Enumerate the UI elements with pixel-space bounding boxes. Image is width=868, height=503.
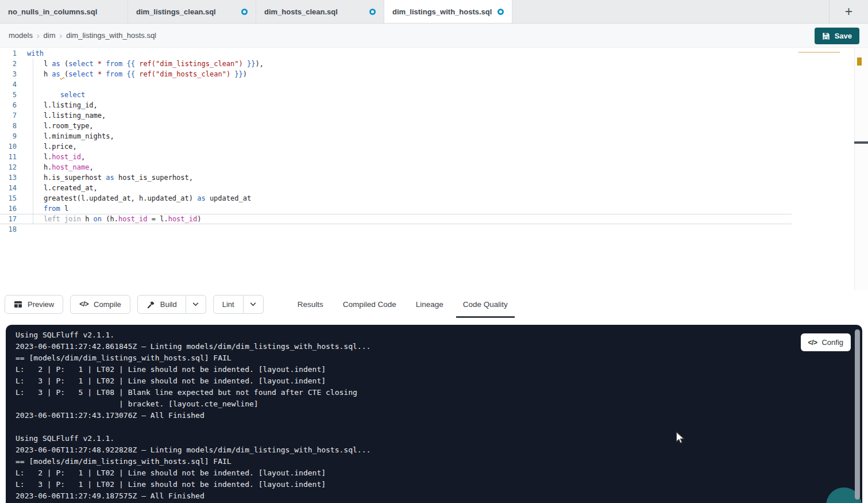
code-line[interactable]: 10 l.price, [0, 141, 792, 152]
unsaved-dot-icon [497, 9, 504, 15]
config-button[interactable]: </> Config [801, 333, 851, 351]
code-token: as [52, 60, 60, 68]
line-number: 11 [0, 152, 27, 162]
terminal-line: L: 3 | P: 1 | LT02 | Line should not be … [16, 479, 862, 490]
code-text: h.is_superhost as host_is_superhost, [27, 172, 193, 183]
lint-warning-marker[interactable] [857, 57, 862, 66]
code-editor[interactable]: 1with2 l as (select * from {{ ref("dim_l… [0, 48, 792, 235]
build-button[interactable]: Build [137, 295, 186, 314]
breadcrumb-bar: models›dim›dim_listings_with_hosts.sql S… [0, 24, 868, 48]
code-token [243, 60, 247, 68]
line-number: 12 [0, 162, 27, 172]
code-token: * [98, 60, 102, 68]
lint-button[interactable]: Lint [213, 295, 244, 314]
code-text: with [27, 48, 44, 59]
breadcrumb-item-dim[interactable]: dim [44, 31, 56, 40]
scroll-position-marker[interactable] [854, 141, 868, 144]
terminal-line: 2023-06-06T11:27:49.187575Z — All Finish… [16, 490, 862, 502]
code-token: from [106, 60, 122, 68]
save-button[interactable]: Save [815, 28, 859, 44]
compile-button[interactable]: </> Compile [70, 295, 130, 314]
code-line[interactable]: 13 h.is_superhost as host_is_superhost, [0, 172, 792, 183]
breadcrumb: models›dim›dim_listings_with_hosts.sql [9, 31, 156, 40]
code-text: h.host_name, [27, 162, 94, 172]
code-token: from [44, 205, 60, 213]
tab-bar: no_nulls_in_columns.sqldim_listings_clea… [0, 0, 868, 24]
code-token: l [60, 205, 68, 213]
plus-icon: + [845, 4, 852, 20]
tab-no-nulls-in-columns-sql[interactable]: no_nulls_in_columns.sql [0, 0, 128, 23]
code-token: h [27, 70, 52, 78]
minimap-line [798, 76, 840, 78]
code-token: h. [27, 163, 52, 171]
code-token [94, 70, 98, 78]
code-token: ) [243, 70, 247, 78]
hammer-icon [146, 300, 155, 309]
code-line[interactable]: 11 l.host_id, [0, 152, 792, 162]
code-line[interactable]: 4 [0, 79, 792, 90]
code-line[interactable]: 18 [0, 224, 792, 235]
terminal-line: Using SQLFluff v2.1.1. [16, 433, 862, 444]
code-token: left join [27, 215, 81, 223]
code-line[interactable]: 1with [0, 48, 792, 59]
editor-scroll-gutter[interactable] [854, 48, 868, 290]
code-token: host_name [52, 163, 89, 171]
code-token: as [106, 174, 114, 182]
code-token: l.listing_name, [27, 112, 106, 120]
config-label: Config [821, 338, 843, 347]
code-line[interactable]: 5 select [0, 90, 792, 100]
code-token: ) [197, 215, 201, 223]
terminal-line: L: 3 | P: 5 | LT08 | Blank line expected… [16, 387, 862, 398]
code-line[interactable]: 2 l as (select * from {{ ref("dim_listin… [0, 59, 792, 69]
terminal-output: Using SQLFluff v2.1.1.2023-06-06T11:27:4… [16, 329, 862, 502]
code-line[interactable]: 3 h as (select * from {{ ref("dim_hosts_… [0, 69, 792, 79]
tab-dim-listings-clean-sql[interactable]: dim_listings_clean.sql [128, 0, 256, 23]
breadcrumb-item-models[interactable]: models [9, 31, 33, 40]
tab-dim-listings-with-hosts-sql[interactable]: dim_listings_with_hosts.sql [384, 0, 512, 23]
line-number: 13 [0, 172, 27, 183]
terminal-line [16, 421, 862, 433]
terminal-line: L: 3 | P: 1 | LT02 | Line should not be … [16, 375, 862, 387]
panel-tab-lineage[interactable]: Lineage [406, 290, 453, 318]
panel-tab-results[interactable]: Results [288, 290, 333, 318]
unsaved-dot-icon [241, 9, 248, 15]
terminal-panel: Using SQLFluff v2.1.1.2023-06-06T11:27:4… [6, 325, 862, 503]
save-disk-icon [822, 32, 830, 40]
terminal-scrollbar-thumb[interactable] [855, 329, 860, 500]
code-token: (h. [102, 215, 118, 223]
unsaved-dot-icon [369, 9, 376, 15]
lint-dropdown-button[interactable] [244, 295, 264, 314]
breadcrumb-item-dim-listings-with-hosts-sql[interactable]: dim_listings_with_hosts.sql [66, 31, 156, 40]
code-line[interactable]: 7 l.listing_name, [0, 110, 792, 121]
line-number: 1 [0, 48, 27, 59]
code-line[interactable]: 16 from l [0, 203, 792, 214]
build-dropdown-button[interactable] [186, 295, 206, 314]
code-line[interactable]: 17 left join h on (h.host_id = l.host_id… [0, 214, 792, 224]
code-line[interactable]: 8 l.room_type, [0, 121, 792, 131]
terminal-line: == [models/dim/dim_listings_with_hosts.s… [16, 456, 862, 467]
terminal-line: 2023-06-06T11:27:48.922828Z — Linting mo… [16, 444, 862, 456]
code-token: }} [234, 70, 242, 78]
panel-tab-code-quality[interactable]: Code Quality [453, 290, 518, 318]
code-line[interactable]: 6 l.listing_id, [0, 100, 792, 110]
code-token: l [27, 60, 52, 68]
code-line[interactable]: 15 greatest(l.updated_at, h.updated_at) … [0, 193, 792, 203]
code-token: host_id [52, 153, 81, 161]
tab-dim-hosts-clean-sql[interactable]: dim_hosts_clean.sql [256, 0, 384, 23]
panel-tab-compiled-code[interactable]: Compiled Code [333, 290, 406, 318]
panel-tab-strip: ResultsCompiled CodeLineageCode Quality [288, 290, 518, 318]
code-text: from l [27, 203, 68, 214]
code-line[interactable]: 12 h.host_name, [0, 162, 792, 172]
code-token: {{ [126, 70, 134, 78]
preview-button[interactable]: Preview [5, 295, 63, 314]
code-token: }} [247, 60, 255, 68]
code-token: l.listing_id, [27, 101, 98, 109]
code-line[interactable]: 14 l.created_at, [0, 183, 792, 193]
terminal-line: | bracket. [layout.cte_newline] [16, 398, 862, 410]
new-tab-button[interactable]: + [829, 0, 868, 24]
line-number: 4 [0, 79, 27, 90]
code-token: h.is_superhost [27, 174, 106, 182]
minimap[interactable]: with l as (select * from {{ ref("dim_lis… [798, 48, 840, 77]
code-text: left join h on (h.host_id = l.host_id) [27, 214, 201, 224]
code-line[interactable]: 9 l.minimum_nights, [0, 131, 792, 141]
